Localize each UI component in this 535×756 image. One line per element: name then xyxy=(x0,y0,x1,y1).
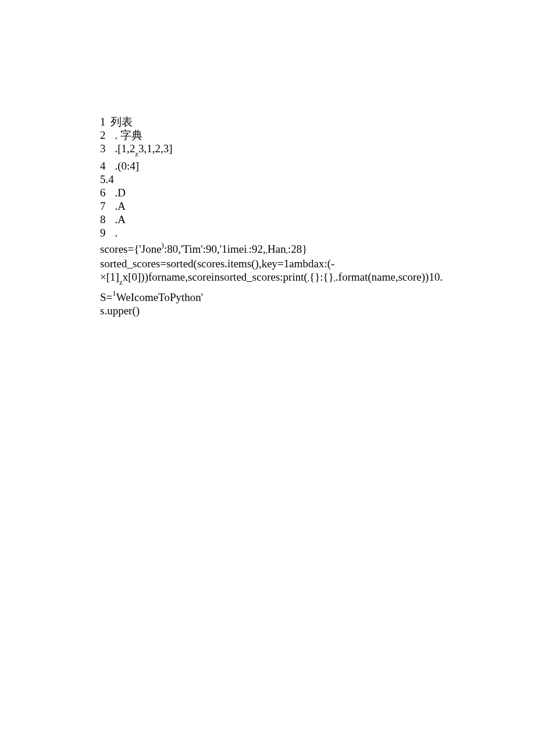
line-text: . 字典 xyxy=(115,129,143,141)
line-number: 9 xyxy=(100,226,106,239)
line-11: sorted_scores=sorted(scores.items(),key=… xyxy=(100,257,461,270)
line-text: scores={'Jone xyxy=(100,243,162,255)
line-text: x[0]))forname,scoreinsorted_scores:print… xyxy=(123,271,308,283)
line-12: ×[1]zx[0]))forname,scoreinsorted_scores:… xyxy=(100,270,461,288)
line-text: sorted_scores=sorted(scores.items(),key=… xyxy=(100,257,334,270)
line-13: S=1WeIcomeToPython' xyxy=(100,288,461,304)
line-14: s.upper() xyxy=(100,304,461,317)
line-6: 6.D xyxy=(100,186,461,199)
line-3: 3.[1,2z3,1,2,3] xyxy=(100,142,461,159)
line-text: .D xyxy=(115,187,126,199)
line-text: .A xyxy=(115,200,126,212)
line-number: 1 xyxy=(100,115,106,128)
superscript: 1 xyxy=(112,289,116,298)
line-number: 6 xyxy=(100,186,106,199)
line-number: 2 xyxy=(100,128,106,142)
line-text: .(0:4] xyxy=(115,160,140,172)
line-text: :80,'Tim':90,'1imei xyxy=(164,243,247,255)
line-text: .[1,2 xyxy=(115,142,135,155)
line-text: :92, xyxy=(249,243,266,255)
line-5: 5.4 xyxy=(100,173,461,186)
superscript: ) xyxy=(162,241,164,249)
line-text: 3,1,2,3] xyxy=(138,142,173,155)
line-8: 8.A xyxy=(100,213,461,226)
line-number: 4 xyxy=(100,159,106,173)
line-text: .format(name,score))10. xyxy=(336,271,443,283)
document-content: 1列表 2. 字典 3.[1,2z3,1,2,3] 4.(0:4] 5.4 6.… xyxy=(100,115,461,317)
line-text: WeIcomeToPython' xyxy=(116,291,203,303)
line-text: . xyxy=(115,227,118,239)
line-text: :28} xyxy=(288,243,307,255)
line-text: Han xyxy=(268,243,286,255)
line-text: 5.4 xyxy=(100,173,114,185)
line-number: 7 xyxy=(100,199,106,213)
line-text: 列表 xyxy=(110,116,133,128)
line-number: 8 xyxy=(100,213,106,226)
line-9: 9. xyxy=(100,226,461,239)
line-text: ×[1] xyxy=(100,271,119,283)
subscript: z xyxy=(135,149,138,158)
line-text: S= xyxy=(100,291,112,303)
line-2: 2. 字典 xyxy=(100,128,461,142)
line-text: s.upper() xyxy=(100,304,140,317)
line-text: .A xyxy=(115,213,126,225)
line-4: 4.(0:4] xyxy=(100,159,461,173)
line-number: 3 xyxy=(100,142,106,155)
line-1: 1列表 xyxy=(100,115,461,128)
line-7: 7.A xyxy=(100,199,461,213)
line-10: scores={'Jone):80,'Tim':90,'1imei.:92,,H… xyxy=(100,239,461,257)
line-text: {}:{} xyxy=(309,271,334,283)
subscript: z xyxy=(119,278,123,286)
